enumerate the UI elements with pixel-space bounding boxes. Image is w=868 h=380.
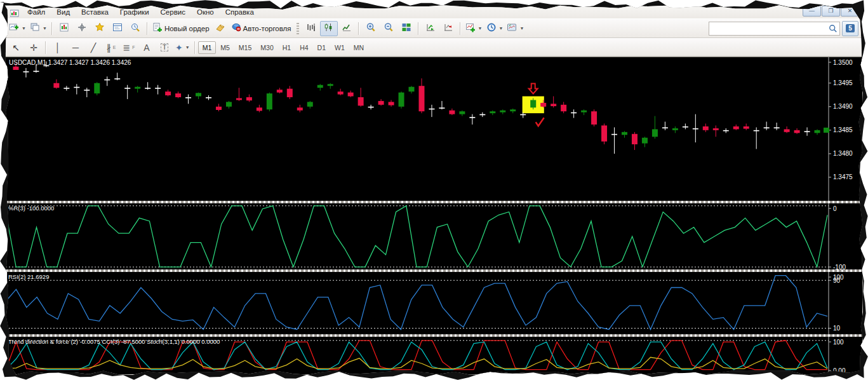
navigator-button[interactable]: [91, 21, 109, 36]
candle: [622, 132, 627, 135]
candle: [581, 111, 587, 112]
chart-shift-button[interactable]: [439, 21, 457, 36]
market-watch-button[interactable]: [55, 21, 73, 36]
candle: [155, 88, 161, 89]
cursor-tool-button[interactable]: ↖: [7, 40, 25, 55]
chart-workspace[interactable]: 1.35001.34951.34901.34851.34801.3475USDC…: [6, 57, 862, 374]
periods-button[interactable]: ▼: [484, 21, 505, 36]
timeframe-m15[interactable]: M15: [234, 41, 256, 54]
channel-tool-button[interactable]: ∦E: [102, 40, 120, 55]
candle: [165, 92, 171, 95]
indicator-label-rsi: RSI(2) 21.6929: [8, 273, 49, 280]
vertical-line-tool-button[interactable]: │: [49, 40, 67, 55]
shapes-tool-button[interactable]: ✦▼: [173, 40, 192, 55]
metaeditor-button[interactable]: [211, 21, 229, 36]
candle: [307, 102, 313, 106]
autotrading-icon: [231, 22, 241, 35]
menu-item-5[interactable]: Окно: [191, 7, 220, 17]
candle: [389, 102, 394, 105]
menu-item-6[interactable]: Справка: [220, 7, 260, 17]
menu-item-3[interactable]: Графики: [114, 7, 155, 17]
timeframe-m1[interactable]: M1: [198, 41, 217, 54]
close-button[interactable]: ✕: [841, 6, 859, 17]
timeframe-d1[interactable]: D1: [313, 41, 330, 54]
text-tool-button[interactable]: A: [138, 40, 156, 55]
candle: [175, 93, 181, 97]
axis-label-rsi: 10: [833, 325, 841, 332]
candle: [774, 127, 780, 128]
trendline-tool-button[interactable]: ╱: [84, 40, 102, 55]
chevron-down-icon: ▼: [185, 45, 190, 50]
candle: [358, 97, 364, 105]
label-tool-button[interactable]: T: [156, 40, 173, 55]
candle: [84, 90, 90, 91]
templates-button[interactable]: ▼: [505, 21, 526, 36]
tile-windows-button[interactable]: [397, 21, 415, 36]
candle: [246, 97, 252, 100]
panel-tdf[interactable]: 1000.00Trend direction & force (2) -0.00…: [6, 337, 862, 372]
mql5-community-button[interactable]: 5: [842, 21, 858, 36]
navigator-icon: [95, 22, 105, 35]
candle: [449, 111, 455, 114]
candle: [348, 93, 354, 97]
candle: [632, 134, 638, 144]
terminal-button[interactable]: [109, 21, 126, 36]
candle: [540, 103, 546, 107]
indicators-button[interactable]: ▼: [464, 21, 484, 36]
horizontal-line-tool-button[interactable]: ─: [67, 40, 84, 55]
candle: [733, 126, 739, 129]
menu-item-2[interactable]: Вставка: [76, 7, 114, 17]
panel-rsi[interactable]: 1009010RSI(2) 21.6929: [6, 272, 862, 334]
chevron-down-icon: ▼: [519, 26, 524, 31]
timeframe-h4[interactable]: H4: [295, 41, 312, 54]
timeframe-h1[interactable]: H1: [278, 41, 295, 54]
chart-line-button[interactable]: [338, 21, 356, 36]
chart-line-icon: [342, 22, 352, 35]
profiles-button[interactable]: ▼: [28, 21, 49, 36]
timeframe-mn[interactable]: MN: [349, 41, 368, 54]
window-controls: —❐✕: [803, 6, 859, 17]
search-input[interactable]: [709, 24, 827, 34]
strategy-tester-button[interactable]: [126, 21, 144, 36]
menu-item-1[interactable]: Вид: [51, 7, 76, 17]
timeframe-m30[interactable]: M30: [256, 41, 277, 54]
timeframe-m5[interactable]: M5: [216, 41, 234, 54]
mql5-badge: 5: [846, 24, 855, 32]
candle: [297, 107, 303, 110]
search-area: 5: [709, 21, 858, 36]
zoom-out-button[interactable]: [380, 21, 397, 36]
app-chart-icon: [10, 8, 19, 16]
fibonacci-tool-button[interactable]: ≣F: [120, 40, 138, 55]
tile-windows-icon: [401, 22, 411, 35]
restore-button[interactable]: ❐: [822, 6, 840, 17]
chart-candles-button[interactable]: [320, 21, 338, 36]
minimize-button[interactable]: —: [803, 6, 821, 17]
new-chart-button[interactable]: ▼: [7, 21, 28, 36]
autotrading-label: Авто-торговля: [243, 25, 291, 32]
panel-wpr[interactable]: 0-100%R(3) -100.0000: [6, 203, 862, 269]
autotrading-button[interactable]: Авто-торговля: [229, 21, 293, 36]
panel-main[interactable]: 1.35001.34951.34901.34851.34801.3475USDC…: [6, 57, 862, 201]
menu-items: ФайлВидВставкаГрафикиСервисОкноСправка: [22, 7, 260, 17]
auto-scroll-button[interactable]: [422, 21, 439, 36]
axis-label-main: 1.3485: [833, 126, 853, 133]
new-order-label: Новый ордер: [164, 25, 210, 32]
menu-item-4[interactable]: Сервис: [155, 7, 191, 17]
chart-bars-button[interactable]: [302, 21, 320, 36]
crosshair-tool-button[interactable]: ✛: [25, 40, 43, 55]
data-window-icon: [77, 22, 87, 35]
menu-item-0[interactable]: Файл: [22, 7, 51, 17]
data-window-button[interactable]: [73, 21, 91, 36]
timeframe-w1[interactable]: W1: [330, 41, 349, 54]
search-icon[interactable]: [827, 24, 839, 33]
new-order-button[interactable]: Новый ордер: [150, 21, 211, 36]
zoom-in-button[interactable]: [362, 21, 380, 36]
standard-toolbar: ▼▼Новый ордерАвто-торговля▼▼▼5: [5, 18, 863, 38]
new-chart-icon: [9, 22, 19, 35]
indicator-label-tdf: Trend direction & force (2) -0.0075 CCI(…: [8, 338, 220, 345]
vertical-line-tool-icon: │: [55, 43, 61, 52]
chart-bars-icon: [306, 22, 316, 35]
axis-label-rsi: 90: [833, 277, 841, 284]
candle: [114, 78, 120, 79]
candle: [429, 109, 434, 110]
